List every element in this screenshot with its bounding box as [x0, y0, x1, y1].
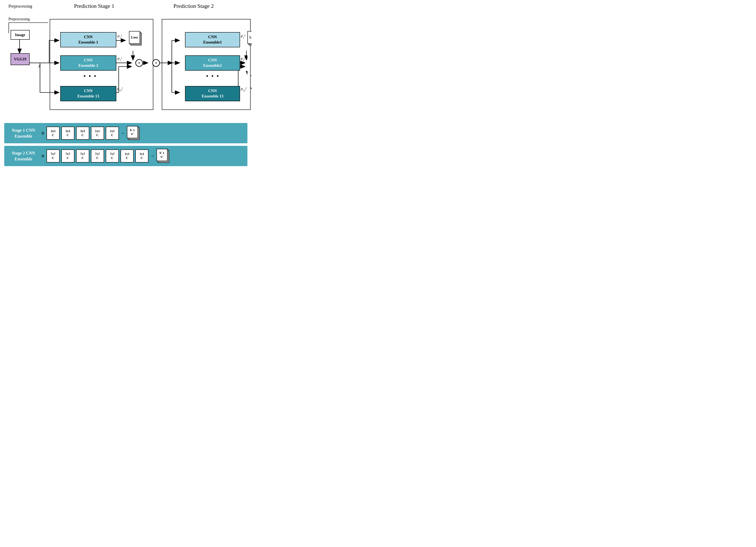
bottom-section: Stage 1 CNNEnsemble ≡ 3x3C 3x3C 3x3C 1x1… [4, 123, 247, 166]
stage1-ensemble-row: Stage 1 CNNEnsemble ≡ 3x3C 3x3C 3x3C 1x1… [4, 123, 247, 143]
conv-7x7-1: 7x7C [47, 150, 60, 163]
out-stack: OUT [250, 76, 252, 92]
dots-stage2: • • • [206, 73, 220, 80]
stage2-conv-blocks: 7x7C 7x7C 7x7C 7x7C 7x7C 1x1C 1x1C → h' … [47, 149, 171, 163]
preprocessing-label: Preprocessing [8, 4, 32, 9]
stage1-output-stack: h' xw' [127, 126, 141, 140]
diagram-area: Preprocessing Image VGG19 F CNNEnsemble … [4, 11, 247, 121]
cnn-ensemble2-stage2: CNNEnsemble2 [185, 55, 240, 71]
conv-1x1-3: 1x1C [121, 150, 134, 163]
stage2-ensemble-label: Stage 2 CNNEnsemble [8, 150, 39, 162]
stage1-conv-blocks: 3x3C 3x3C 3x3C 1x1C 1x1C → h' xw' [47, 126, 141, 140]
main-container: Preprocessing Prediction Stage 1 Predict… [0, 0, 252, 173]
conv-3x3-1: 3x3C [47, 127, 60, 140]
stage1-equiv: ≡ [41, 130, 44, 136]
plus-circle1: + [135, 59, 143, 67]
dots-stage1: • • • [84, 73, 97, 80]
preprocessing-text: Preprocessing [8, 17, 30, 21]
stage2-equiv: ≡ [41, 153, 44, 159]
plus-circle2: + [152, 59, 160, 67]
image-box: Image [11, 30, 30, 40]
conv-7x7-3: 7x7C [76, 150, 89, 163]
conv-1x1-1: 1x1C [91, 127, 104, 140]
loss-stack-stage1: Loss [129, 31, 144, 48]
stage2-label: Prediction Stage 2 [173, 3, 214, 9]
stage1-label: Prediction Stage 1 [74, 3, 114, 9]
p2-2-label: P22 [241, 56, 245, 62]
conv-7x7-5: 7x7C [106, 150, 119, 163]
cnn-ensemble13-stage2: CNNEnsemble 13 [185, 86, 240, 101]
conv-1x1-4: 1x1C [135, 150, 148, 163]
stage2-ensemble-row: Stage 2 CNNEnsemble ≡ 7x7C 7x7C 7x7C 7x7… [4, 146, 247, 166]
cnn-ensemble2-stage1: CNNEnsemble 2 [60, 55, 116, 71]
stage1-ensemble-label: Stage 1 CNNEnsemble [8, 127, 39, 139]
cnn-ensemble1-stage2: CNNEnsemble1 [185, 32, 240, 47]
conv-1x1-2: 1x1C [106, 127, 119, 140]
p2-1-label: P21 [117, 56, 122, 62]
arrow-stage2: → [150, 153, 155, 159]
p1-2-label: P12 [241, 34, 245, 39]
conv-3x3-3: 3x3C [76, 127, 89, 140]
loss-stack-stage2: Loss [247, 31, 252, 48]
conv-7x7-2: 7x7C [61, 150, 74, 163]
vgg19-box: VGG19 [11, 53, 30, 65]
f-label: F [38, 64, 41, 69]
p13-2-label: P132 [241, 87, 247, 92]
stage2-output-stack: h' xw' [156, 149, 171, 163]
arrow-stage1: → [121, 130, 125, 136]
conv-3x3-2: 3x3C [61, 127, 74, 140]
p1-1-label: P11 [117, 34, 122, 39]
p13-1-label: P131 [117, 87, 123, 92]
cnn-ensemble13-stage1: CNNEnsemble 13 [60, 86, 116, 101]
conv-7x7-4: 7x7C [91, 150, 104, 163]
cnn-ensemble1-stage1: CNNEnsemble 1 [60, 32, 116, 47]
